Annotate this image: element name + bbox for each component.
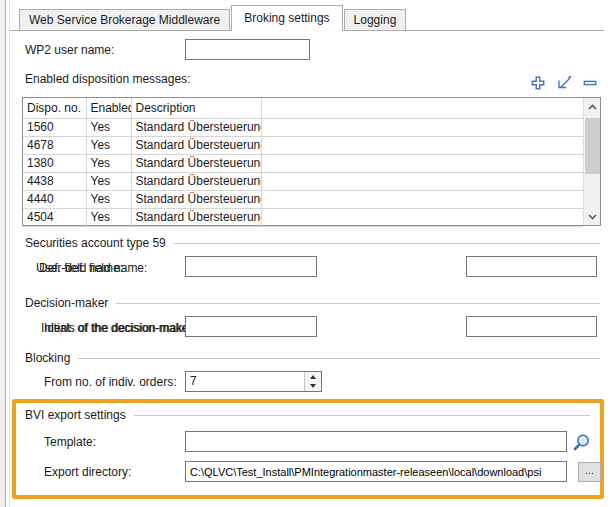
table-cell: Standard Übersteuerung	[131, 208, 261, 226]
securities-group-label: Securities account type 59	[25, 236, 166, 250]
table-cell: Yes	[86, 208, 131, 226]
search-icon[interactable]	[572, 432, 592, 452]
scrollbar-thumb[interactable]	[585, 118, 600, 174]
wp2-user-name-label: WP2 user name:	[25, 43, 114, 57]
col-filler	[261, 98, 583, 118]
table-cell-filler	[261, 154, 583, 172]
table-scrollbar[interactable]	[583, 98, 600, 225]
disposition-table: Dispo. no. Enabled Description 1560YesSt…	[22, 97, 601, 226]
table-cell-filler	[261, 208, 583, 226]
securities-field-input[interactable]	[185, 256, 317, 277]
window-left-edge	[0, 0, 6, 507]
col-enabled[interactable]: Enabled	[86, 98, 131, 118]
table-cell-filler	[261, 190, 583, 208]
spinner-down-icon[interactable]	[305, 382, 321, 392]
bvi-group-label: BVI export settings	[25, 408, 126, 422]
tabbar: Web Service Brokerage Middleware Broking…	[19, 5, 406, 31]
add-icon[interactable]	[528, 73, 548, 92]
table-row[interactable]: 4440YesStandard Übersteuerung	[23, 190, 583, 208]
table-cell: Standard Übersteuerung	[131, 118, 261, 136]
table-cell: Standard Übersteuerung	[131, 154, 261, 172]
table-row[interactable]: 4504YesStandard Übersteuerung	[23, 208, 583, 226]
decision-group-header: Decision-maker	[25, 296, 600, 310]
table-cell: Standard Übersteuerung	[131, 172, 261, 190]
table-cell: 1560	[23, 118, 86, 136]
table-cell: 4438	[23, 172, 86, 190]
table-cell: Yes	[86, 190, 131, 208]
browse-button[interactable]: ...	[578, 462, 601, 482]
table-cell: 4678	[23, 136, 86, 154]
scroll-down-icon[interactable]	[584, 208, 601, 225]
col-description[interactable]: Description	[131, 98, 261, 118]
securities-field-input-right[interactable]	[466, 256, 597, 277]
table-cell-filler	[261, 172, 583, 190]
blocking-group-header: Blocking	[25, 351, 600, 365]
table-cell: 1380	[23, 154, 86, 172]
table-cell: Standard Übersteuerung	[131, 190, 261, 208]
disposition-grid: Dispo. no. Enabled Description 1560YesSt…	[23, 98, 583, 227]
decision-field-label-b: Ident. of the decision-maker	[44, 321, 192, 335]
table-row[interactable]: 4438YesStandard Übersteuerung	[23, 172, 583, 190]
disposition-messages-label: Enabled disposition messages:	[25, 72, 190, 86]
export-directory-label: Export directory:	[44, 465, 131, 479]
table-row[interactable]: 4678YesStandard Übersteuerung	[23, 136, 583, 154]
table-cell: Yes	[86, 154, 131, 172]
tab-web-service-brokerage-middleware[interactable]: Web Service Brokerage Middleware	[19, 9, 230, 31]
indiv-orders-spinner[interactable]: 7	[185, 371, 322, 392]
blocking-group-label: Blocking	[25, 351, 70, 365]
table-cell: Standard Übersteuerung	[131, 136, 261, 154]
table-cell: Yes	[86, 172, 131, 190]
scroll-up-icon[interactable]	[584, 98, 601, 115]
edit-icon[interactable]	[554, 73, 574, 92]
decision-group-label: Decision-maker	[25, 296, 108, 310]
securities-group-header: Securities account type 59	[25, 236, 600, 250]
from-no-indiv-orders-label: From no. of indiv. orders:	[44, 375, 177, 389]
wp2-user-name-input[interactable]	[185, 39, 310, 60]
template-input[interactable]	[185, 431, 567, 452]
spinner-buttons	[304, 372, 321, 391]
template-label: Template:	[44, 435, 96, 449]
tab-broking-settings[interactable]: Broking settings	[231, 5, 342, 31]
table-cell: 4440	[23, 190, 86, 208]
spinner-up-icon[interactable]	[305, 372, 321, 382]
table-cell: Yes	[86, 118, 131, 136]
table-row[interactable]: 1560YesStandard Übersteuerung	[23, 118, 583, 136]
decision-field-input[interactable]	[185, 316, 317, 337]
bvi-group-header: BVI export settings	[25, 408, 590, 422]
securities-field-label-b: Def. field name:	[39, 261, 123, 275]
table-header-row: Dispo. no. Enabled Description	[23, 98, 583, 118]
panel-left-border	[9, 0, 10, 507]
table-cell: 4504	[23, 208, 86, 226]
tab-logging[interactable]: Logging	[344, 9, 407, 31]
col-dispo-no[interactable]: Dispo. no.	[23, 98, 86, 118]
table-cell: Yes	[86, 136, 131, 154]
broking-settings-panel: Web Service Brokerage Middleware Broking…	[0, 0, 612, 507]
table-cell-filler	[261, 136, 583, 154]
remove-icon[interactable]	[580, 73, 600, 92]
table-cell-filler	[261, 118, 583, 136]
disposition-toolbar	[528, 73, 600, 92]
export-directory-input[interactable]	[185, 461, 567, 482]
indiv-orders-value[interactable]: 7	[186, 372, 304, 391]
decision-field-input-right[interactable]	[466, 316, 597, 337]
table-row[interactable]: 1380YesStandard Übersteuerung	[23, 154, 583, 172]
